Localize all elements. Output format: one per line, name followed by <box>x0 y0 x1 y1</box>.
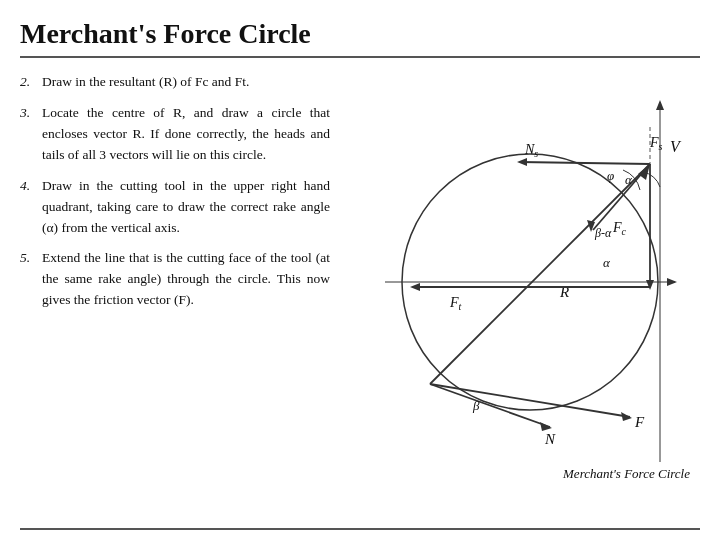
svg-line-15 <box>520 162 650 164</box>
svg-text:β: β <box>472 398 480 413</box>
svg-text:α: α <box>603 255 611 270</box>
svg-text:V: V <box>670 138 682 155</box>
svg-marker-16 <box>517 158 527 166</box>
svg-marker-4 <box>667 278 677 286</box>
text-column: 2.Draw in the resultant (R) of Fc and Ft… <box>20 72 330 528</box>
list-num-3: 3. <box>20 103 42 124</box>
content-area: 2.Draw in the resultant (R) of Fc and Ft… <box>20 72 700 528</box>
svg-text:Ft: Ft <box>449 295 462 312</box>
list-text-5: Extend the line that is the cutting face… <box>42 248 330 311</box>
svg-text:φ: φ <box>607 168 614 183</box>
svg-marker-22 <box>621 412 632 421</box>
svg-text:Ns: Ns <box>524 142 538 159</box>
bottom-divider <box>20 528 700 530</box>
svg-line-24 <box>430 384 550 427</box>
list-num-4: 4. <box>20 176 42 197</box>
list-item-5: 5.Extend the line that is the cutting fa… <box>20 248 330 311</box>
list-num-5: 5. <box>20 248 42 269</box>
svg-text:N: N <box>544 431 556 447</box>
list-item-3: 3.Locate the centre of R, and draw a cir… <box>20 103 330 166</box>
list-item-4: 4.Draw in the cutting tool in the upper … <box>20 176 330 239</box>
svg-marker-13 <box>410 283 420 291</box>
list-item-2: 2.Draw in the resultant (R) of Fc and Ft… <box>20 72 330 93</box>
svg-text:α: α <box>625 172 633 187</box>
svg-marker-10 <box>646 280 654 290</box>
page-title: Merchant's Force Circle <box>20 18 700 58</box>
svg-marker-25 <box>540 422 552 431</box>
svg-line-6 <box>430 164 650 384</box>
list-text-3: Locate the centre of R, and draw a circl… <box>42 103 330 166</box>
page: Merchant's Force Circle 2.Draw in the re… <box>0 0 720 540</box>
diagram-caption: Merchant's Force Circle <box>340 466 700 482</box>
force-circle-diagram: V <box>355 72 685 462</box>
svg-text:F: F <box>634 414 645 430</box>
list-text-2: Draw in the resultant (R) of Fc and Ft. <box>42 72 330 93</box>
diagram-column: V <box>340 72 700 528</box>
svg-text:Fc: Fc <box>612 220 627 237</box>
svg-marker-2 <box>656 100 664 110</box>
list-num-2: 2. <box>20 72 42 93</box>
svg-text:Fs: Fs <box>649 135 663 152</box>
svg-text:β-α: β-α <box>594 226 612 240</box>
list-text-4: Draw in the cutting tool in the upper ri… <box>42 176 330 239</box>
